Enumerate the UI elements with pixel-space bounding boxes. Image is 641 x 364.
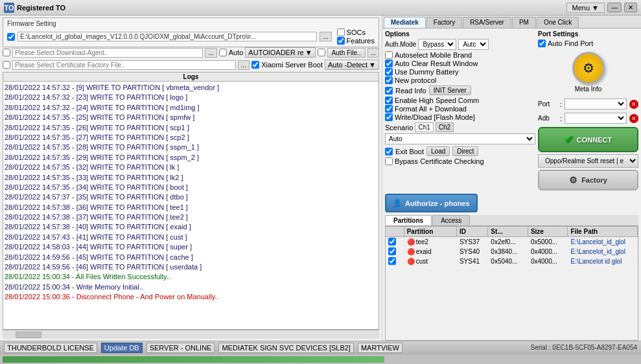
download-agent-checkbox[interactable] (3, 49, 10, 56)
init-server-btn[interactable]: INIT Server (429, 85, 471, 95)
port-delete-btn[interactable]: ✕ (629, 100, 638, 109)
auto-detect-dropdown[interactable]: Auto -Detect ▼ (325, 60, 379, 70)
scenario-select-row: Auto (385, 133, 535, 144)
autoclear-row: Auto Clear Result Window (385, 60, 535, 67)
row-checkbox-cell[interactable] (386, 237, 404, 246)
cert-factory-browse[interactable]: ... (238, 60, 250, 70)
auth-file-btn[interactable]: Auth File.. (327, 48, 366, 58)
dummy-battery-checkbox[interactable] (385, 68, 393, 76)
status-item-mediatek-sign-svc-devices--slb--[interactable]: MEDIATEK SIGN SVC DEVICES [SLB2] (218, 343, 353, 353)
factory-button[interactable]: ⚙ Factory (538, 170, 638, 190)
scenario-auto-select[interactable]: Auto (385, 133, 535, 144)
auto-find-port-checkbox[interactable] (538, 40, 546, 47)
high-speed-checkbox[interactable] (385, 97, 393, 104)
direct-btn[interactable]: Direct (452, 146, 478, 156)
autoclear-label: Auto Clear Result Window (395, 60, 478, 67)
read-info-checkbox[interactable] (385, 87, 393, 95)
load-btn[interactable]: Load (426, 146, 450, 156)
firmware-label: Firmware Setting (7, 20, 375, 27)
right-options-col: Port Settings Auto Find Port ⚙ Meta Info… (538, 30, 638, 190)
horizontal-scrollbar[interactable] (3, 330, 379, 339)
firmware-path: E:\Lancelot_id_global_images_V12.0.0.0.Q… (17, 32, 317, 41)
meta-info-btn[interactable]: ⚙ Meta Info (570, 49, 607, 95)
autoselect-label: Autoselect Mobile Brand (395, 51, 472, 59)
th-id: ID (457, 227, 488, 236)
port-select[interactable] (565, 98, 627, 109)
autoclear-checkbox[interactable] (385, 60, 393, 67)
adb-select[interactable] (565, 113, 627, 124)
xiaomi-server-checkbox[interactable] (251, 61, 259, 69)
exit-boot-checkbox[interactable] (385, 148, 393, 155)
firmware-checkbox[interactable] (7, 33, 15, 41)
th-status: St... (488, 227, 528, 236)
status-item-martview[interactable]: MARTVIEW (358, 343, 402, 353)
right-tab-factory[interactable]: Factory (426, 17, 462, 28)
right-tab-pm[interactable]: PM (512, 17, 536, 28)
socs-checkbox[interactable] (337, 28, 345, 36)
download-agent-input[interactable] (12, 48, 203, 58)
cert-factory-row: ... Xiaomi Server Boot Auto -Detect ▼ (3, 60, 379, 70)
auto-checkbox[interactable] (219, 49, 227, 56)
row-checkbox-cell[interactable] (386, 256, 404, 266)
auth-file-checkbox[interactable] (318, 49, 325, 56)
autoloader-dropdown[interactable]: AUTOIOADER re ▼ (245, 47, 315, 58)
bottom-tab-access[interactable]: Access (432, 215, 470, 225)
write-dload-checkbox[interactable] (385, 113, 393, 121)
right-tab-one-click[interactable]: One Click (537, 17, 579, 28)
connect-button[interactable]: ✔ CONNECT (538, 127, 638, 152)
bottom-tab-partitions[interactable]: Partitions (385, 215, 432, 225)
log-line: 28/01/2022 14:57:32 - [9] WRITE TO PARTI… (5, 83, 377, 93)
log-line: 28/01/2022 15:00:34 - Write Memory Initi… (5, 282, 377, 292)
log-line: 28/01/2022 14:57:43 - [41] WRITE TO PART… (5, 233, 377, 242)
status-cell: 0x3840... (488, 247, 528, 256)
row-icon: 🔴 (407, 258, 415, 265)
table-row[interactable]: 🔴cust SYS41 0x5040... 0x4000... E:\Lance… (386, 256, 638, 266)
auto-select[interactable]: Autc (458, 39, 489, 50)
logs-content[interactable]: 28/01/2022 14:57:32 - [9] WRITE TO PARTI… (3, 82, 379, 329)
log-line: 28/01/2022 14:57:35 - [27] WRITE TO PART… (5, 133, 377, 142)
table-row[interactable]: 🔴exaid SYS40 0x3840... 0x4000... E:\Lanc… (386, 247, 638, 256)
partition-table[interactable]: Partition ID St... Size File Path 🔴tee2 … (385, 226, 638, 341)
status-bar: THUNDERBOLD LICENSEUpdate DBSERVER - ONL… (0, 341, 641, 354)
row-checkbox[interactable] (388, 257, 396, 265)
download-agent-browse[interactable]: ... (205, 48, 216, 58)
table-row[interactable]: 🔴tee2 SYS37 0x2ef0... 0x5000... E:\Lance… (386, 237, 638, 247)
firmware-setting-group: Firmware Setting E:\Lancelot_id_global_i… (3, 17, 379, 47)
ch1-btn[interactable]: Ch1 (415, 122, 433, 132)
authorize-phones-button[interactable]: 👤 Authorize - phones (385, 194, 478, 212)
format-all-row: Format All + Download (385, 105, 535, 113)
row-checkbox[interactable] (388, 247, 396, 255)
status-item-server---online[interactable]: SERVER - ONLINE (146, 343, 215, 353)
close-button[interactable]: ✕ (624, 3, 637, 12)
menu-button[interactable]: Menu ▼ (566, 3, 605, 13)
exit-boot-row: Exit Boot Load Direct (385, 146, 535, 156)
size-cell: 0x4000... (528, 257, 568, 266)
options-checkboxes: Autoselect Mobile Brand Auto Clear Resul… (385, 51, 535, 84)
minimize-button[interactable]: — (607, 3, 622, 12)
auth-file-browse[interactable]: ... (367, 48, 379, 58)
h-scroll-thumb[interactable] (16, 332, 41, 338)
firmware-browse-btn[interactable]: ... (320, 32, 331, 41)
write-dload-row: Write/Dload [Flash Mode] (385, 113, 535, 121)
new-protocol-checkbox[interactable] (385, 76, 393, 84)
bypass-select[interactable]: Bypass (418, 39, 456, 50)
status-item-thunderbold-license[interactable]: THUNDERBOLD LICENSE (4, 343, 97, 353)
adb-delete-btn[interactable]: ✕ (629, 114, 638, 123)
right-tab-mediatek[interactable]: Mediatek (384, 17, 426, 28)
auth-mode-label: Auth.Mode (385, 41, 416, 48)
row-checkbox-cell[interactable] (386, 247, 404, 256)
cert-factory-input[interactable] (12, 60, 236, 70)
log-line: 28/01/2022 14:57:35 - [34] WRITE TO PART… (5, 183, 377, 192)
features-checkbox[interactable] (337, 37, 345, 45)
partition-cell: 🔴tee2 (404, 238, 457, 246)
oppo-reset-select[interactable]: Oppo/Realme Soft reset | eMMC (538, 154, 638, 168)
ch2-btn[interactable]: Ch2 (436, 122, 454, 132)
row-checkbox[interactable] (388, 238, 396, 245)
autoselect-checkbox[interactable] (385, 51, 393, 59)
factory-gear-icon: ⚙ (569, 175, 577, 185)
status-item-update-db[interactable]: Update DB (101, 343, 143, 353)
format-all-checkbox[interactable] (385, 105, 393, 113)
right-tab-rsa-server[interactable]: RSA/Server (463, 17, 511, 28)
bypass-cert-checkbox[interactable] (385, 157, 393, 165)
cert-factory-checkbox[interactable] (3, 61, 10, 69)
